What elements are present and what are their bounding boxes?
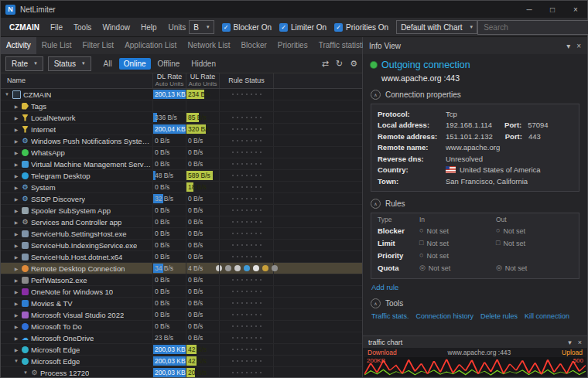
tab-filter-list[interactable]: Filter List (77, 37, 120, 54)
expander-icon[interactable]: ▶ (13, 347, 19, 352)
rule-in-cell[interactable]: ○Not set (419, 227, 496, 235)
rule-in-cell[interactable]: □Not set (419, 240, 496, 247)
tool-link-connection-history[interactable]: Connection history (416, 312, 474, 320)
rule-out-cell[interactable]: □Not set (496, 240, 573, 247)
table-row[interactable]: ▶ServiceHub.SettingsHost.exe0 B/s0 B/s (1, 228, 362, 240)
expander-icon[interactable]: ▶ (13, 196, 19, 202)
maximize-button[interactable]: □ (541, 1, 564, 18)
tool-link-kill-connection[interactable]: Kill connection (525, 312, 569, 320)
table-row[interactable]: ▶ServiceHub.Host.dotnet.x640 B/s0 B/s (1, 251, 362, 263)
table-row[interactable]: ▶Remote Desktop Connection34 B/s4 B/s (1, 263, 362, 274)
expander-icon[interactable]: ▶ (13, 150, 19, 155)
column-header-dl-rate[interactable]: DL RateAuto Units (153, 73, 186, 88)
table-row[interactable]: ▼CZMAIN200,13 KB/s234 B/s (1, 89, 362, 100)
expander-icon[interactable]: ▶ (13, 301, 19, 306)
menu-window[interactable]: Window (97, 21, 135, 34)
table-row[interactable]: ▶Microsoft Visual Studio 20220 B/s0 B/s (1, 309, 362, 321)
menu-tools[interactable]: Tools (68, 21, 97, 34)
refresh-icon[interactable]: ↻ (336, 59, 343, 69)
minimize-button[interactable]: ─ (518, 1, 541, 18)
filter-hidden[interactable]: Hidden (186, 58, 220, 70)
tab-rule-list[interactable]: Rule List (36, 37, 77, 54)
tab-activity[interactable]: Activity (1, 37, 36, 54)
expander-icon[interactable]: ▶ (13, 289, 19, 295)
expander-icon[interactable]: ▶ (13, 312, 19, 318)
expander-icon[interactable]: ▼ (4, 92, 10, 97)
tools-section-header[interactable]: ∧ Tools (371, 298, 579, 308)
expander-icon[interactable]: ▶ (13, 231, 19, 237)
table-row[interactable]: ▼Microsoft Edge200,03 KB/s42 B/s (1, 356, 362, 367)
connection-properties-section-header[interactable]: ∧ Connection properties (371, 90, 579, 100)
tab-blocker[interactable]: Blocker (235, 37, 272, 54)
expander-icon[interactable]: ▶ (13, 138, 19, 144)
tool-link-delete-rules[interactable]: Delete rules (480, 312, 518, 320)
table-row[interactable]: ▶Tags (1, 100, 362, 112)
table-row[interactable]: ▶Internet200,04 KB/s320 B/s (1, 124, 362, 135)
table-row[interactable]: ▶Spooler SubSystem App0 B/s0 B/s (1, 205, 362, 216)
expander-icon[interactable]: ▶ (13, 335, 19, 341)
menu-file[interactable]: File (45, 21, 68, 34)
table-row[interactable]: ▶WhatsApp0 B/s0 B/s (1, 147, 362, 158)
toggle-priorities-on[interactable]: ✓Priorities On (334, 23, 388, 32)
status-button[interactable]: Status ▾ (48, 56, 91, 71)
table-row[interactable]: ▶Telegram Desktop48 B/s589 B/s (1, 170, 362, 182)
traffic-chart-close-icon[interactable]: × (578, 339, 582, 346)
expander-icon[interactable]: ▶ (13, 104, 19, 109)
traffic-chart-chevron-icon[interactable]: ▾ (568, 339, 572, 346)
expander-icon[interactable]: ▶ (13, 208, 19, 213)
info-view-close-icon[interactable]: × (576, 42, 581, 50)
table-row[interactable]: ▶⚙System0 B/s18 B/s (1, 182, 362, 193)
expander-icon[interactable]: ▶ (13, 173, 19, 179)
expander-icon[interactable]: ▶ (13, 127, 19, 132)
filter-offline[interactable]: Offline (153, 58, 185, 70)
table-row[interactable]: ▶⚙Windows Push Notifications System Serv… (1, 135, 362, 147)
tab-application-list[interactable]: Application List (119, 37, 182, 54)
table-row[interactable]: ▶Microsoft To Do0 B/s0 B/s (1, 321, 362, 332)
expander-icon[interactable]: ▶ (13, 324, 19, 329)
rule-in-cell[interactable]: ◎Not set (419, 264, 496, 272)
menu-czmain[interactable]: CZMAIN (4, 21, 45, 34)
expander-icon[interactable]: ▶ (13, 220, 19, 225)
tab-priorities[interactable]: Priorities (272, 37, 313, 54)
rate-button[interactable]: Rate ▾ (5, 56, 43, 71)
view-preset-select[interactable]: Default with Chart ▾ (396, 20, 477, 34)
add-rule-link[interactable]: Add rule (371, 283, 398, 291)
rule-in-cell[interactable]: ○Not set (419, 252, 496, 260)
table-row[interactable]: ▶ServiceHub.IndexingService.exe0 B/s0 B/… (1, 240, 362, 251)
column-header-rule-status[interactable]: Rule Status (220, 73, 274, 88)
close-button[interactable]: × (564, 1, 587, 18)
toggle-limiter-on[interactable]: ✓Limiter On (279, 23, 326, 32)
rules-section-header[interactable]: ∧ Rules (371, 199, 579, 209)
table-row[interactable]: ▼⚙Process 12720200,03 KB/s20 B/s (1, 367, 362, 377)
expander-icon[interactable]: ▼ (13, 359, 19, 363)
expander-icon[interactable]: ▶ (13, 278, 19, 283)
table-row[interactable]: ▶Virtual Machine Management Service0 B/s… (1, 158, 362, 170)
expander-icon[interactable]: ▼ (22, 370, 29, 375)
tab-network-list[interactable]: Network List (182, 37, 235, 54)
table-row[interactable]: ▶LocalNetwork336 B/s85 B/s (1, 112, 362, 124)
column-header-ul-rate[interactable]: UL RateAuto Units (186, 73, 220, 88)
table-row[interactable]: ▶⚙SSDP Discovery32 B/s0 B/s (1, 193, 362, 205)
filter-all[interactable]: All (99, 58, 117, 70)
tool-link-traffic-stats[interactable]: Traffic stats. (371, 312, 409, 320)
menu-help[interactable]: Help (135, 21, 162, 34)
rule-out-cell[interactable]: ○Not set (496, 227, 573, 235)
table-row[interactable]: ▶OneNote for Windows 100 B/s0 B/s (1, 286, 362, 298)
toggle-blocker-on[interactable]: ✓Blocker On (222, 23, 272, 32)
expander-icon[interactable]: ▶ (13, 266, 19, 271)
expander-icon[interactable]: ▶ (13, 115, 19, 121)
table-row[interactable]: ▶PerfWatson2.exe0 B/s0 B/s (1, 274, 362, 286)
expander-icon[interactable]: ▶ (13, 243, 19, 248)
column-header-name[interactable]: Name (1, 73, 153, 88)
table-row[interactable]: ▶☁Microsoft OneDrive23 B/s0 B/s (1, 332, 362, 344)
expander-icon[interactable]: ▶ (13, 254, 19, 260)
table-row[interactable]: ▶⚙Services and Controller app0 B/s0 B/s (1, 216, 362, 228)
expander-icon[interactable]: ▶ (13, 185, 19, 190)
gear-icon[interactable]: ⚙ (350, 59, 357, 69)
search-input[interactable] (482, 22, 587, 32)
filter-online[interactable]: Online (119, 58, 151, 70)
rule-out-cell[interactable]: ◎Not set (496, 264, 573, 272)
units-select[interactable]: B ▾ (189, 20, 214, 34)
info-view-chevron-icon[interactable]: ▾ (566, 42, 570, 50)
table-row[interactable]: ▶Movies & TV0 B/s0 B/s (1, 298, 362, 309)
